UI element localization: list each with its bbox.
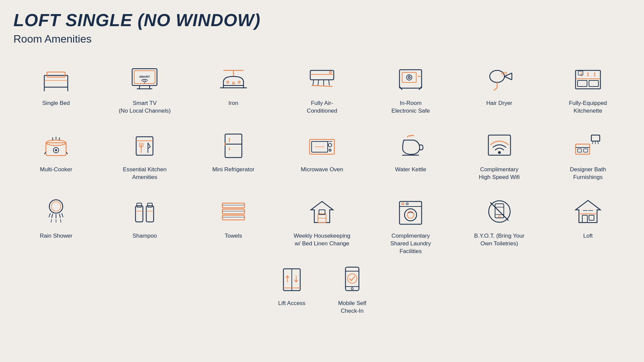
byot-icon [479, 195, 520, 228]
rain-shower-label: Rain Shower [40, 232, 72, 240]
housekeeping-icon [302, 195, 342, 228]
svg-rect-106 [222, 215, 245, 220]
designer-bath-label: Designer BathFurnishings [570, 166, 606, 181]
amenity-smart-tv: SMART Smart TV(No Local Channels) [102, 59, 187, 118]
microwave-icon [302, 128, 342, 162]
svg-line-23 [313, 80, 314, 85]
multi-cooker-label: Multi-Cooker [40, 166, 72, 174]
svg-line-95 [51, 219, 52, 223]
svg-rect-29 [402, 72, 416, 82]
towels-icon [213, 195, 254, 228]
rain-shower-icon [36, 195, 76, 228]
amenity-loft: Loft [545, 191, 631, 259]
svg-rect-99 [137, 203, 142, 207]
amenity-single-bed: Single Bed [13, 59, 99, 118]
svg-line-80 [592, 141, 593, 144]
amenity-wifi: ComplimentaryHigh Speed Wifi [457, 125, 542, 185]
svg-line-93 [59, 214, 60, 218]
amenity-towels: Towels [191, 191, 276, 259]
svg-rect-105 [222, 209, 245, 214]
iron-icon [213, 62, 254, 96]
svg-point-117 [405, 209, 417, 221]
single-bed-icon [36, 62, 76, 96]
svg-rect-85 [578, 149, 582, 152]
svg-rect-102 [148, 203, 152, 207]
svg-point-8 [144, 82, 145, 83]
svg-line-24 [318, 80, 319, 85]
svg-rect-59 [136, 137, 153, 155]
svg-point-143 [347, 274, 357, 283]
svg-rect-101 [146, 206, 154, 222]
svg-line-37 [504, 73, 512, 76]
svg-rect-20 [310, 70, 334, 80]
svg-line-41 [494, 88, 497, 90]
svg-rect-49 [578, 71, 583, 75]
page-title: LOFT SINGLE (NO WINDOW) [13, 10, 631, 30]
amenity-iron: Iron [191, 59, 276, 118]
wifi-label: ComplimentaryHigh Speed Wifi [479, 166, 520, 181]
svg-rect-127 [589, 215, 594, 220]
lift-icon [272, 262, 312, 296]
mini-fridge-label: Mini Refrigerator [212, 166, 255, 174]
hair-dryer-icon [479, 62, 520, 96]
amenity-byot: B.Y.O.T. (Bring YourOwn Toiletries) [457, 191, 542, 259]
svg-point-118 [407, 212, 414, 218]
amenity-lift: Lift Access [272, 262, 312, 315]
svg-rect-45 [589, 80, 598, 86]
svg-rect-65 [225, 134, 242, 158]
water-kettle-icon [390, 128, 431, 162]
svg-point-116 [406, 203, 408, 205]
kitchen-amenities-icon [124, 128, 165, 162]
svg-point-142 [351, 288, 353, 290]
shampoo-icon [124, 195, 165, 228]
single-bed-label: Single Bed [42, 100, 70, 107]
towels-label: Towels [225, 232, 242, 240]
svg-line-97 [60, 219, 61, 223]
designer-bath-icon [568, 128, 608, 162]
svg-point-31 [408, 76, 410, 78]
svg-line-94 [62, 213, 63, 217]
svg-rect-104 [222, 203, 245, 208]
shampoo-label: Shampoo [132, 232, 157, 240]
svg-line-27 [312, 85, 332, 86]
laundry-icon [390, 195, 431, 228]
amenity-multi-cooker: Multi-Cooker [13, 125, 99, 185]
smart-tv-label: Smart TV(No Local Channels) [119, 100, 171, 115]
svg-point-115 [402, 203, 404, 205]
amenity-kitchen-amenities: Essential KitchenAmenities [102, 125, 187, 185]
svg-point-89 [51, 202, 61, 211]
svg-rect-79 [591, 135, 600, 141]
svg-line-26 [329, 80, 329, 85]
svg-point-22 [329, 71, 331, 73]
svg-line-90 [49, 213, 50, 217]
loft-label: Loft [583, 232, 593, 240]
svg-point-74 [329, 149, 331, 151]
lift-label: Lift Access [278, 300, 305, 307]
section-subtitle: Room Amenities [13, 33, 631, 45]
svg-rect-98 [136, 206, 143, 222]
svg-rect-126 [582, 215, 587, 223]
svg-point-56 [55, 149, 57, 151]
svg-point-78 [498, 151, 501, 154]
amenity-kitchenette: Fully-EquippedKitchenette [545, 59, 631, 118]
loft-icon [568, 195, 608, 228]
amenity-shampoo: Shampoo [102, 191, 187, 259]
microwave-label: Microwave Oven [301, 166, 343, 174]
kitchenette-label: Fully-EquippedKitchenette [569, 100, 607, 115]
iron-label: Iron [228, 100, 238, 107]
amenity-microwave: Microwave Oven [279, 125, 365, 185]
air-conditioned-icon [302, 62, 342, 96]
svg-rect-86 [584, 149, 588, 152]
bottom-amenities-row: Lift Access Mobile SelfCheck-In [13, 262, 631, 315]
svg-rect-44 [578, 80, 587, 86]
amenity-mini-fridge: Mini Refrigerator [191, 125, 276, 185]
svg-point-73 [328, 143, 332, 147]
multi-cooker-icon [36, 128, 76, 162]
electronic-safe-label: In-RoomElectronic Safe [391, 100, 430, 115]
amenity-hair-dryer: Hair Dryer [457, 59, 542, 118]
air-conditioned-label: Fully Air-Conditioned [307, 100, 337, 115]
mini-fridge-icon [213, 128, 254, 162]
svg-rect-1 [47, 72, 65, 77]
smart-tv-icon: SMART [124, 62, 165, 96]
svg-point-36 [490, 70, 504, 82]
